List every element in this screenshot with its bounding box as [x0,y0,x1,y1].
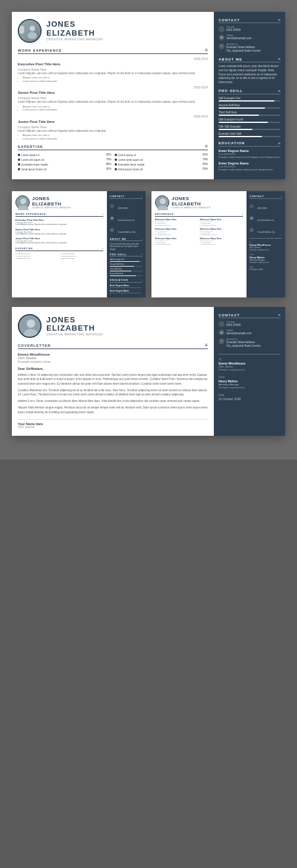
skill-6: Example Sixth Skill [219,132,280,137]
mini-skill-name-4: Fourth Skill Here [110,273,143,275]
mini-exp-1: • Lorem ipsum si 60% [15,253,59,255]
ref-right-to: To Emma Woodhouse CEO, Director Example … [249,238,282,251]
mini-contact-icon-1: ≡ [141,195,143,198]
mini-address-icon-1: 📍 [110,228,114,232]
resume-left-panel: JONES ELIZABETH CREATIVE MARKETING MANAG… [12,12,214,179]
skill-bar-fill-3 [219,115,259,116]
cover-phone-value: (000) 00000 [226,324,241,327]
mini-work-header-1: WORK EXPERIENCE ≡ [15,213,103,217]
mini-skill-fill-3 [110,271,131,272]
skill-5: Fifth Skill Example [219,125,280,130]
mini-skills-icon-1: ≡ [141,253,143,255]
cover-letter-label: COVERLETTER [18,344,51,347]
mini-expertise-header-1: EXPERTISE ≡ [15,247,103,251]
contact-address: 📍 Address Example Street Address City, z… [219,43,280,53]
skill-3: Third Skill Here [219,111,280,116]
work-date-2: 2000-2014 [194,85,208,89]
expertise-item-1: Lorem ipsum si60% [18,153,112,157]
cover-to-company: Example company name [18,360,208,363]
work-company-2: Company Name Here [18,96,208,100]
ref-item-3: Reference Name Here Text company here T:… [155,228,198,236]
expertise-section-header: EXPERTISE ≡ [18,144,208,150]
svg-point-6 [27,319,35,328]
mini-address-text-2: Example Address City [257,231,274,233]
mini-work-item-2: Senior Post Title Here Company Name Here… [15,228,103,236]
cover-first-name: JONES [46,316,103,324]
ref-right-from: From Henry Walton Marketing Manager Exam… [249,254,282,264]
mini-about-label-1: ABOUT ME [110,237,127,240]
mini-work-item-3: Junior Post Title Here Company Name Here… [15,237,103,245]
mini-skills-list-1: Skill Example One Second Skill Here Thir… [110,258,143,276]
cover-section: JONES ELIZABETH CREATIVE MARKETING MANAG… [12,307,285,436]
location-icon-2: 📍 [250,229,253,232]
ref-email-2: E: email@example.com [200,224,244,226]
work-desc-2: Lorem Aliquam, iam arcu ultricum Egestas… [18,100,208,104]
mini-work-icon-1: ≡ [102,213,103,216]
sign-role: CEO, Director [18,426,208,429]
skill-name-6: Example Sixth Skill [219,132,280,135]
skill-bar-fill-5 [219,129,252,130]
phone-value: (000) 00000 [226,28,241,32]
mini-skill-name-3: Third Skill Here [110,268,143,270]
email-icon-1: ✉ [111,217,113,220]
ref-right-date: Date 12 October 2048 [249,266,282,271]
email-value: demo@example.com [226,37,252,40]
cover-date-right: Date 12 October 2048 [219,394,280,401]
mini-first-name-2: JONES [172,196,211,201]
mini-skill-name-2: Second Skill Here [110,263,143,265]
mini-right-2: CONTACT ≡ 📞 (000) 00000 ✉ demo@example.c… [247,191,285,297]
mini-avatar-1 [15,195,30,210]
skills-section-header: PRO SKILL ≡ [219,89,280,94]
svg-point-4 [160,198,166,204]
cover-address-2: City, zip/postal State-Country [226,344,261,348]
skill-name-2: Second Skill Here [219,104,280,107]
skills-list: Skill Example One Second Skill Here Thir… [219,97,280,137]
edu-desc-2: Example content ipsum about it at sit al… [219,168,280,172]
skill-name-5: Fifth Skill Example [219,125,280,128]
mini-expertise-icon-1: ≡ [102,248,103,250]
mini-edu-text-2: from 2011-2015 Example content lorem ips… [110,292,143,294]
skill-bar-fill-2 [219,107,265,109]
cover-date-value: 12 October 2048 [219,397,280,401]
mini-phone-icon-1: 📞 [110,204,114,208]
work-bullet-3-2: Lorem ipsum ut amlit malesuada [23,137,208,141]
mini-work-label-1: WORK EXPERIENCE [15,213,46,216]
expertise-item-4: Lorem amet aqum sit78% [115,158,208,161]
cover-to-label: To [219,358,280,361]
svg-point-5 [157,205,168,210]
mini-job-title-2: CREATIVE MARKETING MANAGER [172,207,211,209]
mini-skill-fill-2 [110,266,134,267]
reference-grid: Reference Name Here Text company here T:… [155,218,243,245]
work-section-header: WORK EXPERIENCE ≡ [18,47,208,54]
mini-skill-fill-4 [110,275,136,277]
work-item-1: 2000-2014 Executive Post Title Here Comp… [18,57,208,83]
edu-item-1: Enter Degree Name from 2010-2014 Example… [219,149,280,159]
edu-desc-1: Example content about it at sit aliquam … [219,156,280,159]
work-desc-1: Lorem Aliquam, iam arcu ultricum Egestas… [18,72,208,75]
work-item-3: 2000-2014 Junior Post Title Here Company… [18,115,208,140]
work-title-3: Junior Post Title Here [18,120,55,123]
mini-skill-bar-bg-3 [110,271,143,272]
contact-email: ✉ Email demo@example.com [219,34,280,40]
contact-section-header: CONTACT ≡ [219,18,280,23]
skills-menu-icon: ≡ [278,89,280,93]
cover-address-icon-wrap: 📍 [219,338,225,344]
ref-to-co: Example company name [249,249,282,251]
mini-about-header-1: ABOUT ME ≡ [110,237,143,242]
work-date-3: 2000-2014 [194,115,208,118]
mini-ref-label: REFERENCE [155,213,174,216]
resume-right-panel: CONTACT ≡ 📞 Phone (000) 00000 ✉ [214,12,285,179]
mini-contact-header-2: CONTACT ≡ [249,195,282,199]
mini-skill-bar-bg-2 [110,266,143,267]
svg-point-7 [24,329,38,338]
cover-email-value: demo@example.com [226,332,252,335]
mini-exp-4: • Lorem amet aqum 78% [61,255,104,257]
expertise-item-3: Lorem elit aqum sit78% [18,158,112,161]
cover-last-name: ELIZABETH [46,324,103,332]
mini-exp-5: • Examples facer 88% [15,258,59,259]
cover-job-title: CREATIVE MARKETING MANAGER [46,333,103,337]
cover-address: 📍 Address Example Street Address City, z… [219,338,280,349]
location-icon: 📍 [220,45,223,48]
cover-para-2: Curabitur Maecenas orci. Tincidunt adipi… [18,388,208,397]
work-company-3: Company Name Here [18,125,208,129]
